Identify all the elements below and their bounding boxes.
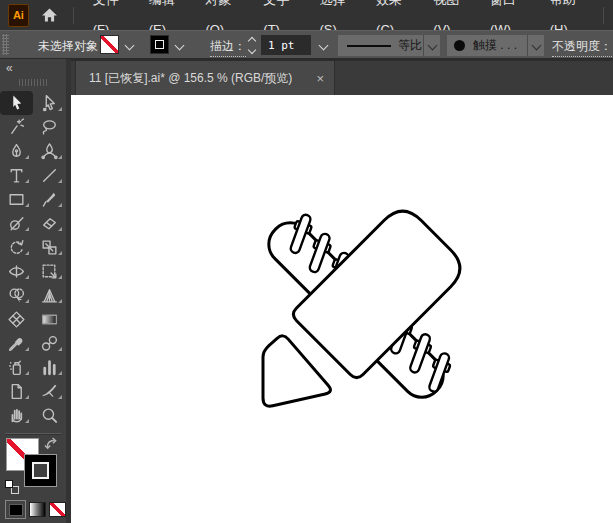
rectangle-icon: [7, 190, 26, 209]
brush-dropdown-chevron[interactable]: [527, 35, 544, 56]
fill-stroke-cluster: [0, 437, 66, 499]
controlbar-grip[interactable]: [2, 34, 9, 55]
scale-tool[interactable]: [33, 235, 66, 259]
direct-selection-icon: [40, 94, 59, 113]
curvature-icon: [40, 142, 59, 161]
symbol-sprayer-tool[interactable]: [0, 355, 33, 379]
dock-gap: [66, 59, 71, 523]
stroke-dropdown-chevron-icon[interactable]: [175, 41, 185, 51]
opacity-label[interactable]: 不透明度：: [552, 38, 612, 57]
shaper-icon: [7, 214, 26, 233]
direct-selection-tool[interactable]: [33, 91, 66, 115]
control-bar: 未选择对象 描边： 1 pt 等比 触摸 . . . 不透明度：: [0, 30, 613, 59]
document-tab[interactable]: 11 [已恢复].ai* @ 156.5 % (RGB/预览) ×: [75, 61, 335, 95]
perspective-grid-icon: [40, 286, 59, 305]
shaper-tool[interactable]: [0, 211, 33, 235]
gradient-tool[interactable]: [33, 307, 66, 331]
eyedropper-tool[interactable]: [0, 331, 33, 355]
width-profile-dropdown[interactable]: 等比: [338, 35, 423, 56]
selection-tool[interactable]: [0, 91, 33, 115]
tool-grid: [0, 91, 66, 427]
width-icon: [7, 262, 26, 281]
lasso-icon: [40, 118, 59, 137]
line-segment-tool[interactable]: [33, 163, 66, 187]
free-transform-tool[interactable]: [33, 259, 66, 283]
hand-tool[interactable]: [0, 403, 33, 427]
scale-icon: [40, 238, 59, 257]
shape-builder-icon: [7, 286, 26, 305]
stroke-color-swatch[interactable]: [150, 35, 169, 54]
pen-tool[interactable]: [0, 139, 33, 163]
slice-icon: [40, 382, 59, 401]
column-graph-icon: [40, 358, 59, 377]
tools-panel: «: [0, 59, 66, 523]
magic-wand-tool[interactable]: [0, 115, 33, 139]
rectangle-tool[interactable]: [0, 187, 33, 211]
paintbrush-tool[interactable]: [33, 187, 66, 211]
home-button[interactable]: [40, 6, 59, 24]
none-mode-button[interactable]: [49, 502, 66, 517]
mesh-tool[interactable]: [0, 307, 33, 331]
artwork-pen-ruler[interactable]: [250, 188, 485, 423]
illustrator-window: Ai 文件(F)编辑(E)对象(O)文字(T)选择(S)效果(C)视图(V)窗口…: [0, 0, 613, 523]
tab-close-icon[interactable]: ×: [316, 72, 324, 85]
blend-icon: [40, 334, 59, 353]
default-fill-stroke-icon[interactable]: [5, 480, 20, 495]
symbol-sprayer-icon: [7, 358, 26, 377]
stroke-width-stepper[interactable]: [246, 36, 258, 55]
stepper-up-icon[interactable]: [248, 37, 256, 45]
collapse-panel-button[interactable]: «: [6, 61, 13, 75]
shape-builder-tool[interactable]: [0, 283, 33, 307]
fill-none-swatch[interactable]: [100, 35, 119, 54]
selection-icon: [7, 94, 26, 113]
lasso-tool[interactable]: [33, 115, 66, 139]
uniform-profile-line-icon: [347, 45, 391, 47]
stroke-swatch-hole: [155, 40, 164, 49]
stroke-swatch-hole: [32, 462, 49, 479]
stroke-swatch-active[interactable]: [24, 454, 57, 487]
menubar-separator: [73, 7, 74, 24]
stroke-width-input[interactable]: 1 pt: [261, 35, 311, 55]
eyedropper-icon: [7, 334, 26, 353]
zoom-tool[interactable]: [33, 403, 66, 427]
gradient-mode-button[interactable]: [29, 502, 46, 517]
chevron-down-icon: [531, 41, 541, 51]
width-tool[interactable]: [0, 259, 33, 283]
type-icon: [7, 166, 26, 185]
type-tool[interactable]: [0, 163, 33, 187]
stroke-weight-label[interactable]: 描边：: [210, 38, 246, 57]
color-mode-button[interactable]: [5, 500, 26, 519]
brush-definition-dropdown[interactable]: 触摸 . . .: [447, 35, 527, 56]
document-tab-bar: 11 [已恢复].ai* @ 156.5 % (RGB/预览) ×: [66, 59, 613, 95]
eraser-tool[interactable]: [33, 211, 66, 235]
fill-dropdown-chevron-icon[interactable]: [125, 41, 135, 51]
rotate-icon: [7, 238, 26, 257]
magic-wand-icon: [7, 118, 26, 137]
ai-logo[interactable]: Ai: [8, 4, 29, 27]
basic-brush-dot-icon: [454, 40, 465, 51]
stroke-width-dropdown-chevron-icon[interactable]: [319, 41, 329, 51]
blend-tool[interactable]: [33, 331, 66, 355]
panel-drag-grip[interactable]: [19, 79, 47, 86]
line-segment-icon: [40, 166, 59, 185]
home-icon: [40, 6, 59, 24]
slice-tool[interactable]: [33, 379, 66, 403]
eraser-icon: [40, 214, 59, 233]
hand-icon: [7, 406, 26, 425]
artboard-canvas[interactable]: [71, 95, 613, 523]
free-transform-icon: [40, 262, 59, 281]
column-graph-tool[interactable]: [33, 355, 66, 379]
menubar-separator-end: [603, 7, 604, 24]
pen-icon: [7, 142, 26, 161]
mesh-icon: [7, 310, 26, 329]
gradient-icon: [40, 310, 59, 329]
profile-dropdown-chevron[interactable]: [423, 35, 440, 56]
perspective-grid-tool[interactable]: [33, 283, 66, 307]
stepper-down-icon[interactable]: [248, 46, 256, 54]
swap-fill-stroke-icon[interactable]: [44, 437, 60, 456]
brush-value: 触摸 . . .: [473, 37, 517, 54]
curvature-tool[interactable]: [33, 139, 66, 163]
rotate-tool[interactable]: [0, 235, 33, 259]
artboard-tool[interactable]: [0, 379, 33, 403]
document-tab-title: 11 [已恢复].ai* @ 156.5 % (RGB/预览): [89, 70, 308, 87]
